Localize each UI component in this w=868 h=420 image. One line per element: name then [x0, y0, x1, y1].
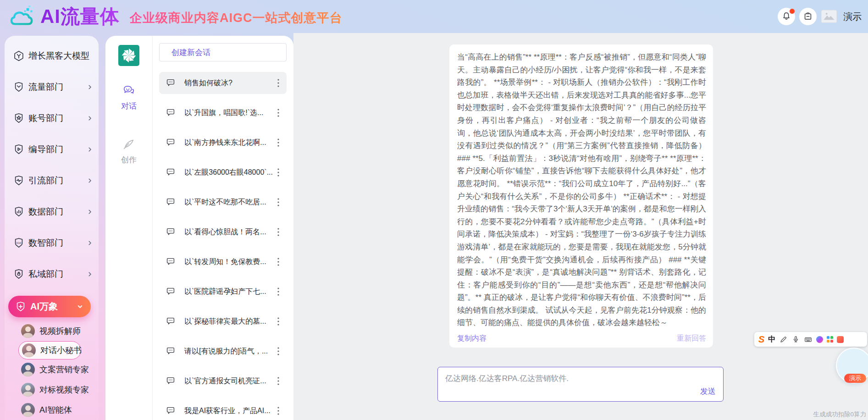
- kebab-menu-icon[interactable]: [275, 197, 282, 207]
- send-button[interactable]: 发送: [700, 386, 716, 397]
- conversation-panel: 创建新会话 销售如何破冰?以`升国旗，唱国歌!`选...以`南方挣钱来东北花啊.…: [153, 36, 293, 420]
- emoji-skin-icon[interactable]: [816, 336, 823, 343]
- chinese-mode-icon[interactable]: 中: [768, 335, 775, 344]
- chevron-right-icon: [87, 177, 93, 184]
- tab-create-label: 创作: [105, 155, 152, 165]
- chevron-right-icon: [87, 271, 93, 277]
- copy-content-button[interactable]: 复制内容: [457, 334, 487, 343]
- sidebar-item-data-dept[interactable]: 数据部门: [5, 196, 99, 227]
- kebab-menu-icon[interactable]: [275, 406, 282, 416]
- assistant-message-text: 当“高高在上的销售”** **原理**：客户反感“被推销”，但愿意和“同类人”聊…: [449, 44, 713, 329]
- sidebar-item-directing-dept[interactable]: 编导部门: [5, 134, 99, 165]
- conversation-item[interactable]: 销售如何破冰?: [159, 72, 287, 94]
- sidebar-item-private-domain-dept[interactable]: 私域部门: [5, 259, 99, 290]
- agent-label: 对标视频专家: [39, 384, 89, 395]
- shield-plus-icon: [15, 301, 27, 313]
- cloud-logo-icon: [8, 5, 37, 28]
- pen-icon[interactable]: [779, 335, 788, 344]
- kebab-menu-icon[interactable]: [275, 257, 282, 267]
- chat-bubble-face-icon: [122, 83, 136, 97]
- conversation-item[interactable]: 以`转发周知！免保教费...: [159, 251, 287, 273]
- kebab-menu-icon[interactable]: [275, 138, 282, 148]
- tab-chat[interactable]: 对话: [105, 83, 152, 111]
- kebab-menu-icon[interactable]: [275, 227, 282, 237]
- demo-mode-label: 演示: [843, 11, 862, 23]
- apps-grid-icon[interactable]: [827, 336, 833, 343]
- chevron-right-icon: [87, 240, 93, 246]
- kebab-menu-icon[interactable]: [275, 108, 282, 118]
- clipboard-button[interactable]: [799, 8, 817, 25]
- chat-bubble-icon: [165, 137, 176, 148]
- workspace-panel: 对话 创作 创建新会话 销售如何破冰?以`升国旗，唱国歌!`选...以`南方挣钱…: [105, 36, 293, 420]
- avatar: [22, 343, 36, 357]
- conversation-item[interactable]: 以`官方通报女司机亮证...: [159, 370, 287, 392]
- sidebar-item-growth-hacker-model[interactable]: 增长黑客大模型: [5, 40, 99, 72]
- conversation-title: 以`左眼36000右眼48000`...: [184, 168, 275, 177]
- conversation-item[interactable]: 以`看得心惊胆战！两名...: [159, 221, 287, 243]
- kebab-menu-icon[interactable]: [275, 316, 282, 326]
- kebab-menu-icon[interactable]: [275, 287, 282, 297]
- notification-bell-button[interactable]: [778, 8, 795, 25]
- avatar: [21, 363, 35, 376]
- conversation-title: 以`升国旗，唱国歌!`选...: [184, 108, 275, 118]
- conversation-item[interactable]: 以`升国旗，唱国歌!`选...: [159, 102, 287, 124]
- toolbox-icon[interactable]: [837, 336, 844, 343]
- kebab-menu-icon[interactable]: [275, 376, 282, 386]
- new-conversation-button[interactable]: 创建新会话: [159, 43, 287, 61]
- sogou-logo-icon[interactable]: S: [758, 334, 764, 345]
- broken-image-icon: [821, 10, 837, 23]
- agent-item-ai-agent[interactable]: AI智能体: [5, 400, 99, 420]
- kebab-menu-icon[interactable]: [275, 346, 282, 356]
- app-subtitle: 企业级商业内容AIGC一站式创意平台: [130, 7, 343, 26]
- avatar: [21, 403, 35, 417]
- conversation-item[interactable]: 以`平时这不吃那不吃居...: [159, 191, 287, 213]
- avatar-image-placeholder[interactable]: [821, 10, 837, 23]
- app-root: AI流量体 企业级商业内容AIGC一站式创意平台: [0, 0, 868, 420]
- sidebar-item-digital-intel-dept[interactable]: 010数智部门: [5, 227, 99, 259]
- kebab-menu-icon[interactable]: [275, 78, 282, 88]
- sidebar-item-account-dept[interactable]: 账号部门: [5, 103, 99, 134]
- microphone-icon[interactable]: [791, 335, 800, 344]
- conversation-item[interactable]: 以`探秘菲律宾最大的墓...: [159, 310, 287, 332]
- sidebar-item-diversion-dept[interactable]: 引流部门: [5, 165, 99, 196]
- conversation-item[interactable]: 以`左眼36000右眼48000`...: [159, 161, 287, 183]
- conversation-title: 我是AI获客行业，产品AI...: [184, 406, 275, 416]
- top-header: AI流量体 企业级商业内容AIGC一站式创意平台: [0, 0, 868, 33]
- agent-item-video-analyst[interactable]: 视频拆解师: [5, 321, 99, 341]
- shield-check-icon: [13, 81, 25, 93]
- chevron-right-icon: [87, 84, 93, 90]
- conversation-item[interactable]: 以`医院辟谣孕妇产下七...: [159, 281, 287, 303]
- conversation-item[interactable]: 我是AI获客行业，产品AI...: [159, 400, 287, 420]
- agent-item-copywriting-expert[interactable]: 文案营销专家: [5, 359, 99, 380]
- conversation-title: 以`南方挣钱来东北花啊...: [184, 138, 275, 148]
- sidebar-item-ai-universe[interactable]: AI万象: [8, 296, 91, 317]
- sidebar-item-label: 私域部门: [28, 268, 63, 280]
- conversation-item[interactable]: 以`南方挣钱来东北花啊...: [159, 132, 287, 154]
- quill-icon: [122, 137, 136, 151]
- sidebar-item-label: 账号部门: [28, 112, 63, 124]
- kebab-menu-icon[interactable]: [275, 167, 282, 177]
- conversation-title: 以`医院辟谣孕妇产下七...: [184, 287, 275, 297]
- keyboard-icon[interactable]: [804, 335, 813, 344]
- message-input[interactable]: 亿达网络.亿达客RPA.亿达营销软件. 发送: [437, 367, 724, 402]
- conversation-item[interactable]: 请以[有说服力的]语气，...: [159, 340, 287, 362]
- regenerate-button[interactable]: 重新回答: [677, 334, 706, 343]
- pinwheel-logo-icon: [118, 45, 139, 66]
- demo-badge[interactable]: 演示: [844, 374, 866, 383]
- chat-bubble-icon: [165, 167, 176, 178]
- sidebar-item-label: 数智部门: [28, 237, 63, 249]
- chat-bubble-icon: [165, 256, 176, 267]
- header-actions: 演示: [778, 0, 862, 33]
- sidebar-group-label: AI万象: [30, 300, 58, 313]
- shield-binary-icon: 010: [13, 237, 25, 249]
- chat-bubble-icon: [165, 376, 176, 387]
- chevron-down-icon: [77, 303, 83, 310]
- avatar: [21, 324, 35, 338]
- tab-create[interactable]: 创作: [105, 137, 152, 165]
- sidebar: 增长黑客大模型流量部门账号部门编导部门引流部门数据部门010数智部门私域部门 A…: [5, 36, 99, 420]
- agent-item-benchmark-video-expert[interactable]: 对标视频专家: [5, 380, 99, 400]
- agent-item-chat-secretary[interactable]: 对话小秘书: [18, 341, 81, 359]
- sidebar-item-traffic-dept[interactable]: 流量部门: [5, 72, 99, 103]
- chat-bubble-icon: [165, 77, 176, 88]
- shield-play-icon: [13, 144, 25, 155]
